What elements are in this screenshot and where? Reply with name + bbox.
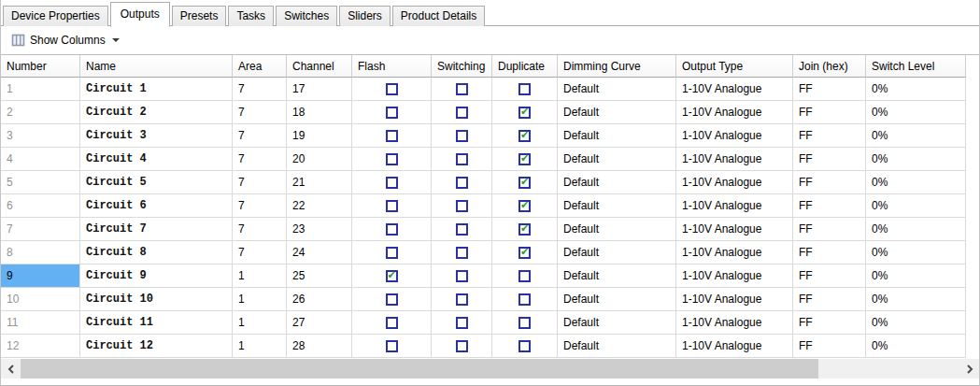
cell-flash[interactable]: ✔ [352, 171, 432, 194]
cell-name[interactable]: Circuit 5 [80, 171, 233, 194]
column-header-channel[interactable]: Channel [287, 55, 352, 78]
cell-number[interactable]: 2 [1, 101, 80, 124]
cell-flash[interactable]: ✔ [352, 148, 432, 171]
cell-number[interactable]: 3 [1, 124, 80, 148]
cell-dimming-curve[interactable]: Default [558, 335, 676, 358]
cell-switch-level[interactable]: 0% [866, 264, 966, 288]
tab-sliders[interactable]: Sliders [339, 6, 391, 26]
cell-number[interactable]: 7 [1, 218, 80, 241]
duplicate-checkbox[interactable]: ✔ [518, 177, 531, 189]
flash-checkbox[interactable]: ✔ [386, 293, 398, 306]
duplicate-checkbox[interactable]: ✔ [518, 293, 531, 306]
cell-name[interactable]: Circuit 8 [80, 241, 233, 264]
flash-checkbox[interactable]: ✔ [386, 340, 398, 352]
cell-flash[interactable]: ✔ [352, 288, 432, 311]
cell-channel[interactable]: 23 [287, 218, 352, 241]
cell-number[interactable]: 8 [1, 241, 80, 264]
cell-area[interactable]: 7 [233, 78, 287, 101]
cell-switch-level[interactable]: 0% [866, 171, 966, 194]
cell-area[interactable]: 7 [233, 241, 287, 264]
cell-output-type[interactable]: 1-10V Analogue [676, 101, 793, 124]
cell-name[interactable]: Circuit 11 [80, 311, 233, 335]
scroll-right-arrow[interactable] [959, 359, 979, 379]
column-header-output-type[interactable]: Output Type [676, 55, 793, 78]
cell-switch-level[interactable]: 0% [866, 218, 966, 241]
column-header-join-hex[interactable]: Join (hex) [793, 55, 866, 78]
cell-output-type[interactable]: 1-10V Analogue [676, 194, 793, 218]
cell-dimming-curve[interactable]: Default [558, 148, 676, 171]
flash-checkbox[interactable]: ✔ [386, 153, 398, 165]
cell-area[interactable]: 7 [233, 124, 287, 148]
duplicate-checkbox[interactable]: ✔ [518, 223, 531, 236]
cell-output-type[interactable]: 1-10V Analogue [676, 335, 793, 358]
cell-switching[interactable]: ✔ [432, 218, 492, 241]
duplicate-checkbox[interactable]: ✔ [518, 153, 531, 165]
cell-number[interactable]: 4 [1, 148, 80, 171]
column-header-number[interactable]: Number [1, 55, 80, 78]
duplicate-checkbox[interactable]: ✔ [518, 270, 531, 282]
column-header-area[interactable]: Area [233, 55, 287, 78]
cell-output-type[interactable]: 1-10V Analogue [676, 148, 793, 171]
cell-dimming-curve[interactable]: Default [558, 171, 676, 194]
cell-switching[interactable]: ✔ [432, 288, 492, 311]
cell-output-type[interactable]: 1-10V Analogue [676, 241, 793, 264]
cell-flash[interactable]: ✔ [352, 78, 432, 101]
cell-channel[interactable]: 20 [287, 148, 352, 171]
cell-flash[interactable]: ✔ [352, 264, 432, 288]
cell-switch-level[interactable]: 0% [866, 311, 966, 335]
cell-channel[interactable]: 21 [287, 171, 352, 194]
cell-flash[interactable]: ✔ [352, 311, 432, 335]
tab-outputs[interactable]: Outputs [110, 2, 170, 27]
cell-flash[interactable]: ✔ [352, 335, 432, 358]
cell-area[interactable]: 7 [233, 194, 287, 218]
cell-number[interactable]: 10 [1, 288, 80, 311]
cell-join-hex[interactable]: FF [793, 148, 866, 171]
cell-switch-level[interactable]: 0% [866, 148, 966, 171]
flash-checkbox[interactable]: ✔ [386, 177, 398, 189]
cell-join-hex[interactable]: FF [793, 288, 866, 311]
horizontal-scrollbar[interactable] [1, 359, 979, 379]
cell-dimming-curve[interactable]: Default [558, 124, 676, 148]
duplicate-checkbox[interactable]: ✔ [518, 340, 531, 352]
tab-device-properties[interactable]: Device Properties [3, 6, 108, 26]
cell-switching[interactable]: ✔ [432, 101, 492, 124]
cell-join-hex[interactable]: FF [793, 241, 866, 264]
flash-checkbox[interactable]: ✔ [386, 200, 398, 212]
column-header-duplicate[interactable]: Duplicate [492, 55, 558, 78]
cell-duplicate[interactable]: ✔ [492, 335, 558, 358]
cell-switching[interactable]: ✔ [432, 148, 492, 171]
cell-switching[interactable]: ✔ [432, 194, 492, 218]
cell-number[interactable]: 6 [1, 194, 80, 218]
switching-checkbox[interactable]: ✔ [456, 107, 468, 119]
cell-number[interactable]: 5 [1, 171, 80, 194]
flash-checkbox[interactable]: ✔ [386, 223, 398, 236]
cell-channel[interactable]: 24 [287, 241, 352, 264]
column-header-dimming-curve[interactable]: Dimming Curve [558, 55, 676, 78]
cell-duplicate[interactable]: ✔ [492, 101, 558, 124]
duplicate-checkbox[interactable]: ✔ [518, 317, 531, 329]
tab-presets[interactable]: Presets [172, 6, 227, 26]
cell-output-type[interactable]: 1-10V Analogue [676, 124, 793, 148]
cell-duplicate[interactable]: ✔ [492, 288, 558, 311]
cell-switching[interactable]: ✔ [432, 241, 492, 264]
cell-switching[interactable]: ✔ [432, 124, 492, 148]
switching-checkbox[interactable]: ✔ [456, 200, 468, 212]
cell-switch-level[interactable]: 0% [866, 194, 966, 218]
cell-channel[interactable]: 18 [287, 101, 352, 124]
cell-join-hex[interactable]: FF [793, 194, 866, 218]
cell-name[interactable]: Circuit 2 [80, 101, 233, 124]
cell-channel[interactable]: 22 [287, 194, 352, 218]
flash-checkbox[interactable]: ✔ [386, 130, 398, 142]
cell-join-hex[interactable]: FF [793, 171, 866, 194]
cell-area[interactable]: 7 [233, 171, 287, 194]
cell-name[interactable]: Circuit 4 [80, 148, 233, 171]
cell-join-hex[interactable]: FF [793, 264, 866, 288]
cell-area[interactable]: 1 [233, 264, 287, 288]
duplicate-checkbox[interactable]: ✔ [518, 107, 531, 119]
show-columns-button[interactable]: Show Columns [5, 30, 126, 50]
cell-flash[interactable]: ✔ [352, 101, 432, 124]
cell-channel[interactable]: 27 [287, 311, 352, 335]
cell-switch-level[interactable]: 0% [866, 78, 966, 101]
tab-product-details[interactable]: Product Details [392, 6, 485, 26]
cell-duplicate[interactable]: ✔ [492, 171, 558, 194]
